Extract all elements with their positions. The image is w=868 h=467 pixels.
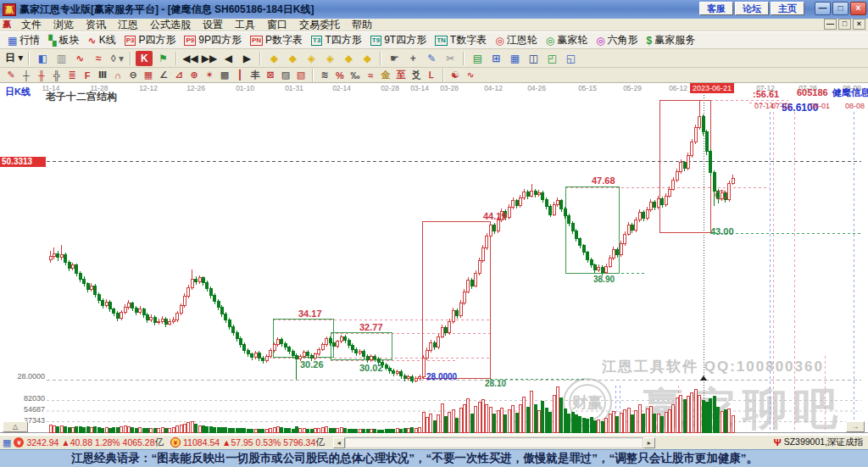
tool-9T四方形[interactable]: T99T四方形 bbox=[370, 33, 426, 47]
hand-tool-icon[interactable]: ☛ bbox=[386, 51, 403, 66]
tool-P数字表[interactable]: PNP数字表 bbox=[250, 33, 303, 47]
window-layout-icon[interactable]: ◧ bbox=[34, 51, 51, 66]
calendar-icon[interactable]: ▤ bbox=[469, 51, 486, 66]
diamond-5-icon[interactable]: ◆ bbox=[340, 51, 357, 66]
scroll-right-arrow[interactable]: ▸ bbox=[643, 437, 655, 448]
draw-tool-icon[interactable]: ╫ bbox=[35, 69, 49, 81]
menu-设置[interactable]: 设置 bbox=[197, 18, 229, 32]
draw-tool-icon[interactable]: ≈ bbox=[364, 69, 378, 81]
quote-grid-icon[interactable]: ▦ bbox=[3, 437, 11, 448]
pane-scroll-right-button[interactable]: → bbox=[846, 421, 865, 432]
tool-K线[interactable]: ∿K线 bbox=[88, 33, 116, 47]
diamond-4-icon[interactable]: ◈ bbox=[321, 51, 338, 66]
draw-tool-icon[interactable]: ✎ bbox=[4, 69, 19, 81]
draw-tool-icon[interactable]: ⊕ bbox=[187, 69, 202, 81]
menu-工具[interactable]: 工具 bbox=[229, 18, 261, 32]
draw-tool-icon[interactable]: ✶ bbox=[203, 69, 217, 81]
draw-tool-icon[interactable]: ▨ bbox=[279, 69, 293, 81]
menu-江恩[interactable]: 江恩 bbox=[112, 18, 144, 32]
draw-tool-icon[interactable]: ▦ bbox=[142, 69, 156, 81]
period-selector-icon[interactable]: 日 ▾ bbox=[4, 51, 24, 66]
first-icon[interactable]: ◀◀ bbox=[181, 51, 198, 66]
draw-tool-icon[interactable]: 金 bbox=[379, 69, 393, 81]
tool-赢家服务[interactable]: $赢家服务 bbox=[647, 33, 696, 47]
cut-tool-icon[interactable]: ✂ bbox=[442, 51, 459, 66]
draw-tool-icon[interactable]: ╬ bbox=[50, 69, 64, 81]
draw-tool-icon[interactable]: 丰 bbox=[248, 69, 263, 81]
menu-交易委托[interactable]: 交易委托 bbox=[293, 18, 346, 32]
period-tab[interactable]: 日K线 bbox=[5, 86, 31, 98]
tool-行情[interactable]: ▦行情 bbox=[8, 33, 40, 47]
kline-chart-canvas[interactable] bbox=[0, 83, 868, 435]
curve-icon[interactable]: ∿ bbox=[71, 51, 88, 66]
draw-tool-icon[interactable]: ∩ bbox=[111, 69, 125, 81]
crosshair-tool-icon[interactable]: + bbox=[404, 51, 421, 66]
minimize-button[interactable]: — bbox=[815, 2, 831, 15]
menu-公式选股[interactable]: 公式选股 bbox=[144, 18, 197, 32]
scrollbar-track[interactable] bbox=[345, 437, 643, 448]
scroll-left-arrow[interactable]: ◂ bbox=[333, 437, 345, 448]
horizontal-scrollbar[interactable]: ◂ ▸ bbox=[333, 437, 655, 448]
draw-tool-icon[interactable]: ⊠ bbox=[264, 69, 278, 81]
board-icon[interactable]: ▥ bbox=[53, 51, 70, 66]
mdi-restore-button[interactable]: □ bbox=[838, 19, 851, 30]
service-button[interactable]: 客服 bbox=[699, 2, 733, 15]
diamond-1-icon[interactable]: ◆ bbox=[265, 51, 282, 66]
kline-mode-icon[interactable]: K bbox=[136, 51, 153, 66]
flag-icon[interactable]: ⚑ bbox=[154, 51, 171, 66]
tool-赢家轮[interactable]: ◎赢家轮 bbox=[546, 33, 587, 47]
tool-板块[interactable]: ▚板块 bbox=[48, 33, 79, 47]
prev-icon[interactable]: ◀ bbox=[220, 51, 236, 66]
print-icon[interactable]: ◱ bbox=[562, 51, 579, 66]
draw-tool-icon[interactable]: % bbox=[333, 69, 348, 81]
draw-tool-icon[interactable]: ▧ bbox=[294, 69, 309, 81]
mdi-minimize-button[interactable]: — bbox=[824, 19, 837, 30]
menu-浏览[interactable]: 浏览 bbox=[47, 18, 80, 32]
draw-tool-icon[interactable]: 爻 bbox=[409, 69, 424, 81]
next-icon[interactable]: ▶ bbox=[238, 51, 255, 66]
draw-tool-icon[interactable]: Ｌ bbox=[425, 69, 439, 81]
menu-资讯[interactable]: 资讯 bbox=[80, 18, 112, 32]
pencil-tool-icon[interactable]: ✎ bbox=[423, 51, 440, 66]
draw-tool-icon[interactable]: ⊖ bbox=[126, 69, 141, 81]
mdi-close-button[interactable]: × bbox=[853, 19, 865, 30]
draw-tool-icon[interactable]: ☯ bbox=[448, 69, 463, 81]
draw-tool-icon[interactable]: ⊿ bbox=[172, 69, 186, 81]
diamond-6-icon[interactable]: ◆ bbox=[359, 51, 376, 66]
draw-tool-icon[interactable]: ‰ bbox=[348, 69, 363, 81]
draw-tool-icon[interactable]: F bbox=[81, 69, 95, 81]
draw-tool-icon[interactable]: ∠ bbox=[157, 69, 171, 81]
forum-button[interactable]: 论坛 bbox=[735, 2, 769, 15]
tool-T数字表[interactable]: TNT数字表 bbox=[435, 33, 487, 47]
status-index-selector[interactable]: Ψ SZ399001,深证成指 bbox=[771, 436, 863, 448]
restore-button[interactable]: □ bbox=[832, 2, 849, 15]
last-icon[interactable]: ▶▶ bbox=[201, 51, 218, 66]
draw-tool-icon[interactable]: ≋ bbox=[318, 69, 332, 81]
tool-P四方形[interactable]: P3P四方形 bbox=[125, 33, 176, 47]
draw-tool-icon[interactable]: Ⅲ bbox=[96, 69, 110, 81]
calculator-icon[interactable]: ⊞ bbox=[487, 51, 504, 66]
tool-T四方形[interactable]: T3T四方形 bbox=[311, 33, 362, 47]
kline-chart-area[interactable]: 江恩工具软件 QQ:100800360 财赢 赢家聊吧 日K线 11-1411-… bbox=[0, 83, 868, 435]
draw-tool-icon[interactable]: 至 bbox=[394, 69, 409, 81]
tool-江恩轮[interactable]: ◎江恩轮 bbox=[495, 33, 537, 47]
export-icon[interactable]: ◰ bbox=[543, 51, 560, 66]
menu-文件[interactable]: 文件 bbox=[15, 18, 47, 32]
wave-icon[interactable]: ≈ bbox=[90, 51, 107, 66]
close-button[interactable]: × bbox=[850, 2, 866, 15]
diamond-3-icon[interactable]: ◈ bbox=[303, 51, 320, 66]
tool-9P四方形[interactable]: P99P四方形 bbox=[184, 33, 241, 47]
tool-六角形[interactable]: ◎六角形 bbox=[596, 33, 637, 47]
table-icon[interactable]: ▦ bbox=[506, 51, 523, 66]
menu-帮助[interactable]: 帮助 bbox=[346, 18, 378, 32]
save-icon[interactable]: ◫ bbox=[525, 51, 542, 66]
draw-tool-icon[interactable]: ≣ bbox=[65, 69, 80, 81]
draw-tool-icon[interactable]: ▩ bbox=[218, 69, 232, 81]
menu-窗口[interactable]: 窗口 bbox=[261, 18, 293, 32]
draw-tool-icon[interactable]: ┼ bbox=[19, 69, 34, 81]
draw-tool-icon[interactable]: ┃ bbox=[233, 69, 248, 81]
draw-tool-icon[interactable]: ∿ bbox=[464, 69, 478, 81]
pane-expand-button[interactable]: △ bbox=[3, 421, 28, 432]
diamond-2-icon[interactable]: ◆ bbox=[284, 51, 301, 66]
homepage-button[interactable]: 主页 bbox=[771, 2, 804, 15]
